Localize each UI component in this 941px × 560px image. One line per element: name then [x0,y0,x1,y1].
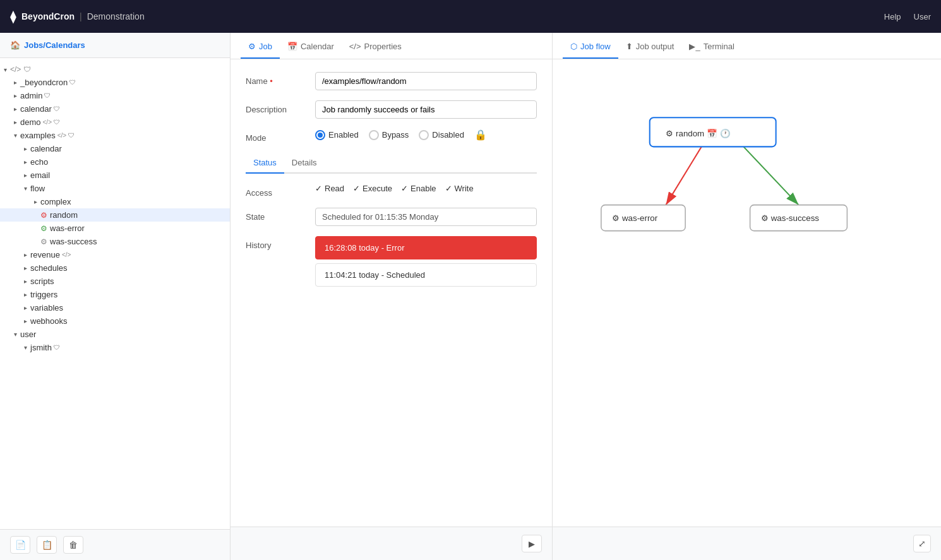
description-input[interactable] [315,100,537,119]
middle-panel-tabs: ⚙ Job 📅 Calendar </> Properties [231,33,552,59]
right-panel-body: ⚙ random 📅 🕐 ⚙ was-error ⚙ was-success [553,59,941,527]
tab-terminal[interactable]: ▶_ Terminal [681,33,741,59]
logo: ⧫ BeyondCron | Demonstration [10,9,145,24]
tree-item-complex[interactable]: complex [0,195,230,208]
terminal-tab-icon: ▶_ [689,42,700,51]
tree-item-email[interactable]: email [0,169,230,182]
sub-tab-status[interactable]: Status [246,153,284,174]
name-label: Name • [246,72,315,86]
copy-button[interactable]: 📋 [37,536,57,554]
gear-tab-icon: ⚙ [248,42,256,51]
middle-panel-footer: ▶ [231,527,552,560]
logo-icon: ⧫ [10,9,16,24]
name-input[interactable] [315,72,537,90]
sub-tabs: Status Details [246,153,537,174]
tree-item-calendar2[interactable]: calendar [0,142,230,155]
tree-item-echo[interactable]: echo [0,155,230,169]
tree-item-schedules[interactable]: schedules [0,261,230,275]
tree-arrow-user [10,331,20,338]
tab-job[interactable]: ⚙ Job [241,33,280,59]
tree-item-was-success[interactable]: ⚙ was-success [0,235,230,248]
sub-tab-details[interactable]: Details [284,153,325,174]
sidebar-header-title: 🏠 Jobs/Calendars [10,40,220,50]
tree-item-variables[interactable]: variables [0,301,230,314]
right-panel-footer: ⤢ [553,527,941,560]
tab-calendar[interactable]: 📅 Calendar [280,33,342,59]
svg-line-3 [743,146,798,205]
tree-item-examples[interactable]: examples </> 🛡 [0,129,230,142]
mode-label: Mode [246,129,315,143]
tree-arrow-complex [30,198,40,205]
sidebar: 🏠 Jobs/Calendars </> 🛡 _beyondcron 🛡 adm… [0,33,231,560]
mode-disabled[interactable]: Disabled [419,130,464,140]
tree-arrow-beyondcron [10,79,20,86]
output-tab-icon: ⬆ [626,42,633,51]
flow-diagram: ⚙ random 📅 🕐 ⚙ was-error ⚙ was-success [553,59,941,318]
access-items: ✓ Read ✓ Execute ✓ Enable ✓ Write [315,184,474,193]
tree-arrow-demo [10,119,20,126]
name-row: Name • [246,72,537,90]
code-badge-examples: </> [57,132,66,139]
middle-panel-body: Name • Description Mode Enabled [231,59,552,527]
access-execute: ✓ Execute [353,184,392,193]
tree-arrow-email [20,172,30,179]
tree-arrow-webhooks [20,318,30,325]
gear-icon-was-error: ⚙ [40,224,47,233]
tree-arrow-echo [20,158,30,165]
tree-arrow-schedules [20,265,30,271]
user-link[interactable]: User [914,12,931,21]
tree-item-admin[interactable]: admin 🛡 [0,89,230,102]
history-item-error[interactable]: 16:28:08 today - Error [315,236,537,259]
delete-button[interactable]: 🗑 [63,536,83,554]
tree-arrow-admin [10,92,20,99]
new-button[interactable]: 📄 [10,536,30,554]
mode-bypass[interactable]: Bypass [369,130,409,140]
tree-item-was-error[interactable]: ⚙ was-error [0,222,230,235]
calendar-tab-icon: 📅 [287,42,297,51]
history-item-scheduled[interactable]: 11:04:21 today - Scheduled [315,263,537,287]
tree-item-random[interactable]: ⚙ random [0,208,230,222]
history-label: History [246,236,315,250]
shield-badge-examples: 🛡 [68,132,75,139]
sidebar-header: 🏠 Jobs/Calendars [0,33,230,58]
svg-text:⚙ was-error: ⚙ was-error [612,213,657,223]
tab-job-flow[interactable]: ⬡ Job flow [563,33,618,59]
middle-panel: ⚙ Job 📅 Calendar </> Properties Name • [231,33,553,560]
tree-item-beyondcron[interactable]: _beyondcron 🛡 [0,76,230,89]
tree-item-webhooks[interactable]: webhooks [0,314,230,328]
run-button[interactable]: ▶ [522,535,542,552]
tree-item-triggers[interactable]: triggers [0,288,230,301]
access-enable: ✓ Enable [401,184,436,193]
tree-item-flow[interactable]: flow [0,182,230,195]
expand-button[interactable]: ⤢ [913,535,931,552]
state-row: State Scheduled for 01:15:35 Monday [246,208,537,226]
tree-item-demo[interactable]: demo </> 🛡 [0,116,230,129]
tab-job-output[interactable]: ⬆ Job output [618,33,682,59]
mode-enabled[interactable]: Enabled [315,130,359,140]
history-row: History 16:28:08 today - Error 11:04:21 … [246,236,537,290]
help-link[interactable]: Help [884,12,901,21]
tree-arrow-jsmith [20,344,30,351]
tree-arrow-examples [10,132,20,139]
access-row: Access ✓ Read ✓ Execute ✓ Enable [246,184,537,198]
code-badge-demo: </> [43,119,52,126]
gear-icon-was-success: ⚙ [40,237,47,246]
tree-item-revenue[interactable]: revenue </> [0,248,230,261]
tree-arrow-calendar [10,105,20,112]
radio-enabled [315,130,325,140]
topnav-left: ⧫ BeyondCron | Demonstration [10,9,145,24]
tree-item-scripts[interactable]: scripts [0,275,230,288]
brand-sep: | [80,11,82,21]
tree-item-user[interactable]: user [0,328,230,341]
tab-properties[interactable]: </> Properties [342,33,409,59]
tree-item-jsmith[interactable]: jsmith 🛡 [0,341,230,354]
tree-arrow-root [0,66,10,73]
tree-arrow-scripts [20,278,30,285]
mode-row: Mode Enabled Bypass Disabled 🔒 [246,129,537,143]
code-icon: </> [10,65,21,74]
topnav-right: Help User [884,12,931,21]
tree-item-calendar[interactable]: calendar 🛡 [0,102,230,116]
svg-line-2 [666,146,701,205]
tree-arrow-variables [20,304,30,311]
tree-item-root[interactable]: </> 🛡 [0,63,230,76]
